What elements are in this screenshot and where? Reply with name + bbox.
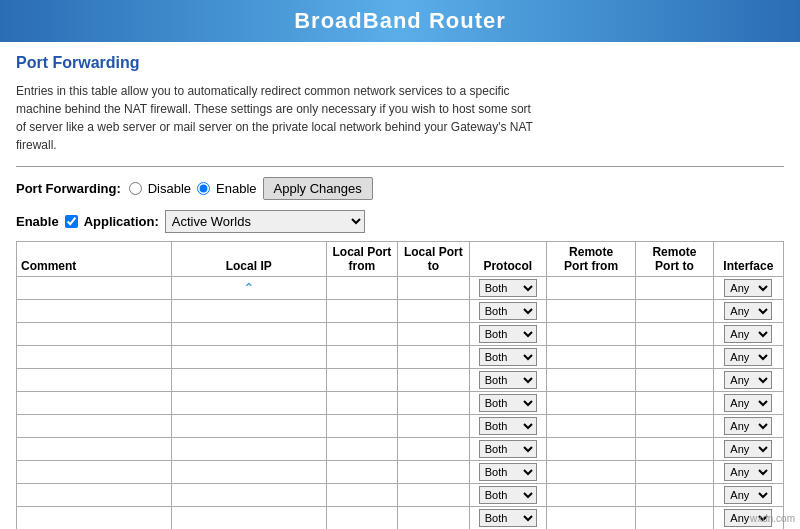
local-port-to-cell[interactable] xyxy=(398,392,469,415)
remote-port-from-input[interactable] xyxy=(551,374,632,386)
protocol-select[interactable]: BothTCPUDP xyxy=(479,394,537,412)
local-ip-input[interactable] xyxy=(176,443,321,455)
protocol-select[interactable]: BothTCPUDP xyxy=(479,509,537,527)
remote-port-to-input[interactable] xyxy=(640,328,709,340)
interface-select[interactable]: AnyWANLAN xyxy=(724,417,772,435)
remote-port-from-input[interactable] xyxy=(551,328,632,340)
remote-port-to-input[interactable] xyxy=(640,466,709,478)
remote-port-from-cell[interactable] xyxy=(546,484,635,507)
protocol-select[interactable]: BothTCPUDP xyxy=(479,325,537,343)
comment-cell[interactable] xyxy=(17,461,172,484)
interface-select[interactable]: AnyWANLAN xyxy=(724,440,772,458)
remote-port-to-cell[interactable] xyxy=(636,461,713,484)
enable-radio[interactable] xyxy=(197,182,210,195)
local-ip-input[interactable] xyxy=(176,374,321,386)
comment-cell[interactable] xyxy=(17,507,172,530)
protocol-select[interactable]: BothTCPUDP xyxy=(479,279,537,297)
protocol-cell[interactable]: BothTCPUDP xyxy=(469,415,546,438)
interface-cell[interactable]: AnyWANLAN xyxy=(713,369,783,392)
interface-cell[interactable]: AnyWANLAN xyxy=(713,461,783,484)
local-ip-input[interactable] xyxy=(176,489,321,501)
local-port-to-input[interactable] xyxy=(402,397,465,409)
remote-port-from-input[interactable] xyxy=(551,397,632,409)
interface-cell[interactable]: AnyWANLAN xyxy=(713,392,783,415)
local-ip-cell[interactable] xyxy=(171,323,326,346)
local-ip-input[interactable] xyxy=(176,397,321,409)
local-port-to-input[interactable] xyxy=(402,282,465,294)
protocol-select[interactable]: BothTCPUDP xyxy=(479,302,537,320)
comment-input[interactable] xyxy=(21,443,166,455)
protocol-cell[interactable]: BothTCPUDP xyxy=(469,300,546,323)
remote-port-to-cell[interactable] xyxy=(636,484,713,507)
protocol-cell[interactable]: BothTCPUDP xyxy=(469,277,546,300)
comment-cell[interactable] xyxy=(17,277,172,300)
remote-port-from-cell[interactable] xyxy=(546,369,635,392)
local-port-from-input[interactable] xyxy=(330,351,393,363)
comment-cell[interactable] xyxy=(17,438,172,461)
remote-port-from-cell[interactable] xyxy=(546,277,635,300)
local-port-to-input[interactable] xyxy=(402,351,465,363)
remote-port-from-cell[interactable] xyxy=(546,346,635,369)
remote-port-to-input[interactable] xyxy=(640,305,709,317)
interface-cell[interactable]: AnyWANLAN xyxy=(713,438,783,461)
local-port-to-input[interactable] xyxy=(402,374,465,386)
local-port-from-input[interactable] xyxy=(330,466,393,478)
disable-radio[interactable] xyxy=(129,182,142,195)
interface-cell[interactable]: AnyWANLAN xyxy=(713,277,783,300)
protocol-select[interactable]: BothTCPUDP xyxy=(479,463,537,481)
remote-port-to-input[interactable] xyxy=(640,489,709,501)
local-ip-cell[interactable] xyxy=(171,346,326,369)
local-port-from-input[interactable] xyxy=(330,305,393,317)
comment-cell[interactable] xyxy=(17,415,172,438)
local-port-from-input[interactable] xyxy=(330,420,393,432)
remote-port-from-input[interactable] xyxy=(551,420,632,432)
local-port-to-cell[interactable] xyxy=(398,323,469,346)
interface-cell[interactable]: AnyWANLAN xyxy=(713,300,783,323)
interface-select[interactable]: AnyWANLAN xyxy=(724,371,772,389)
interface-select[interactable]: AnyWANLAN xyxy=(724,302,772,320)
remote-port-from-cell[interactable] xyxy=(546,461,635,484)
remote-port-to-cell[interactable] xyxy=(636,415,713,438)
interface-select[interactable]: AnyWANLAN xyxy=(724,486,772,504)
remote-port-from-input[interactable] xyxy=(551,443,632,455)
local-port-from-cell[interactable] xyxy=(326,346,397,369)
local-port-to-cell[interactable] xyxy=(398,346,469,369)
local-ip-input[interactable] xyxy=(176,351,321,363)
protocol-cell[interactable]: BothTCPUDP xyxy=(469,507,546,530)
remote-port-to-cell[interactable] xyxy=(636,507,713,530)
comment-cell[interactable] xyxy=(17,300,172,323)
protocol-select[interactable]: BothTCPUDP xyxy=(479,371,537,389)
local-ip-cell[interactable] xyxy=(171,300,326,323)
local-port-from-input[interactable] xyxy=(330,443,393,455)
protocol-cell[interactable]: BothTCPUDP xyxy=(469,369,546,392)
local-port-to-cell[interactable] xyxy=(398,300,469,323)
comment-input[interactable] xyxy=(21,374,166,386)
remote-port-from-input[interactable] xyxy=(551,282,632,294)
interface-select[interactable]: AnyWANLAN xyxy=(724,463,772,481)
remote-port-from-cell[interactable] xyxy=(546,323,635,346)
interface-cell[interactable]: AnyWANLAN xyxy=(713,346,783,369)
local-port-from-cell[interactable] xyxy=(326,438,397,461)
protocol-cell[interactable]: BothTCPUDP xyxy=(469,323,546,346)
comment-input[interactable] xyxy=(21,305,166,317)
local-port-from-cell[interactable] xyxy=(326,461,397,484)
comment-input[interactable] xyxy=(21,512,166,524)
remote-port-from-cell[interactable] xyxy=(546,415,635,438)
remote-port-to-input[interactable] xyxy=(640,374,709,386)
remote-port-to-cell[interactable] xyxy=(636,277,713,300)
remote-port-from-cell[interactable] xyxy=(546,392,635,415)
local-port-to-cell[interactable] xyxy=(398,484,469,507)
remote-port-from-cell[interactable] xyxy=(546,438,635,461)
remote-port-to-cell[interactable] xyxy=(636,369,713,392)
apply-changes-button[interactable]: Apply Changes xyxy=(263,177,373,200)
local-ip-input[interactable] xyxy=(176,328,321,340)
remote-port-to-input[interactable] xyxy=(640,282,709,294)
local-ip-cell[interactable] xyxy=(171,369,326,392)
local-ip-cell[interactable] xyxy=(171,438,326,461)
enable-checkbox[interactable] xyxy=(65,215,78,228)
local-port-to-cell[interactable] xyxy=(398,369,469,392)
remote-port-to-cell[interactable] xyxy=(636,346,713,369)
comment-cell[interactable] xyxy=(17,369,172,392)
local-port-from-input[interactable] xyxy=(330,397,393,409)
local-port-to-cell[interactable] xyxy=(398,438,469,461)
